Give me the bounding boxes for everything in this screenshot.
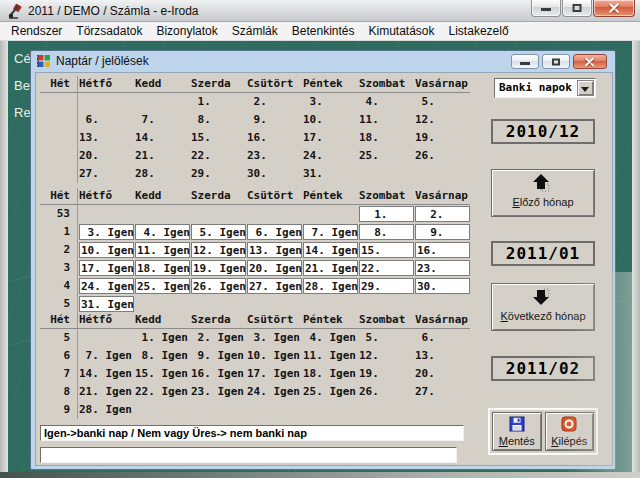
window-frame-right xyxy=(632,41,640,472)
day-cell: 16. xyxy=(246,129,302,147)
day-cell-box[interactable]: 17. Igen xyxy=(79,260,134,276)
day-cell-box[interactable]: 21. Igen xyxy=(303,260,358,276)
combobox-dropdown-button[interactable] xyxy=(577,80,594,96)
window-minimize-button[interactable] xyxy=(531,0,561,17)
week-number: 4 xyxy=(40,277,78,295)
day-cell-box[interactable]: 1. xyxy=(359,206,414,222)
day-cell: 2. Igen xyxy=(190,329,246,347)
day-cell-box[interactable]: 31. Igen xyxy=(79,296,134,312)
week-number: 8 xyxy=(40,383,78,401)
dialog-minimize-button[interactable] xyxy=(511,54,539,69)
day-cell-box[interactable]: 16. xyxy=(415,242,470,258)
day-cell-box[interactable]: 13. Igen xyxy=(247,242,302,258)
day-cell: 20. xyxy=(414,365,470,383)
day-cell-box[interactable]: 7. Igen xyxy=(303,224,358,240)
day-cell: 21. Igen xyxy=(78,383,134,401)
maximize-icon xyxy=(552,58,560,65)
day-cell-box[interactable]: 4. Igen xyxy=(135,224,190,240)
dialog-close-button[interactable] xyxy=(573,54,607,69)
menu-item-0[interactable]: Rendszer xyxy=(4,23,69,39)
legend-info-field: Igen->banki nap / Nem vagy Üres-> nem ba… xyxy=(40,425,464,441)
month-label-next: 2011/02 xyxy=(491,356,595,381)
day-header: Szerda xyxy=(190,188,246,204)
day-cell: 18. Igen xyxy=(302,365,358,383)
day-cell xyxy=(246,205,302,223)
dialog-titlebar: Naptár / jelölések xyxy=(31,51,615,72)
menu-item-1[interactable]: Törzsadatok xyxy=(69,23,149,39)
day-cell-box[interactable]: 15. xyxy=(359,242,414,258)
day-cell: 26. xyxy=(414,147,470,165)
dialog-caption-buttons xyxy=(508,54,607,69)
day-cell: 16. xyxy=(414,241,470,259)
day-cell-box[interactable]: 2. xyxy=(415,206,470,222)
previous-month-label: Előző hónap xyxy=(492,196,594,208)
day-cell-box[interactable]: 23. xyxy=(415,260,470,276)
window-maximize-button[interactable] xyxy=(562,0,592,17)
week-number xyxy=(40,93,78,111)
menu-item-2[interactable]: Bizonylatok xyxy=(149,23,224,39)
day-cell-box[interactable]: 6. Igen xyxy=(247,224,302,240)
day-cell-box[interactable]: 25. Igen xyxy=(135,278,190,294)
day-header: Csütört xyxy=(246,76,302,92)
day-cell-box[interactable]: 12. Igen xyxy=(191,242,246,258)
day-cell xyxy=(190,295,246,313)
day-cell: 15. xyxy=(358,241,414,259)
day-cell-box[interactable]: 22. xyxy=(359,260,414,276)
calendar-week-row: 1 3. Igen 4. Igen 5. Igen 6. Igen 7. Ige… xyxy=(40,223,470,241)
day-cell: 10. xyxy=(302,111,358,129)
day-cell-box[interactable]: 28. Igen xyxy=(303,278,358,294)
menu-item-6[interactable]: Listakezelő xyxy=(442,23,516,39)
day-cell: 7. xyxy=(134,111,190,129)
day-cell-box[interactable]: 5. Igen xyxy=(191,224,246,240)
day-cell: 7. Igen xyxy=(78,347,134,365)
week-number xyxy=(40,111,78,129)
window-close-button[interactable] xyxy=(593,0,635,17)
day-cell: 6. Igen xyxy=(246,223,302,241)
day-cell-box[interactable]: 11. Igen xyxy=(135,242,190,258)
close-icon xyxy=(608,2,620,14)
window-titlebar: 2011 / DEMO / Számla - e-Iroda xyxy=(0,0,640,22)
day-cell: 6. xyxy=(78,111,134,129)
day-cell: 12. xyxy=(414,111,470,129)
calendar-week-row: 714. Igen15. Igen16. Igen17. Igen18. Ige… xyxy=(40,365,470,383)
next-month-button[interactable]: Következő hónap xyxy=(491,283,595,331)
day-cell-box[interactable]: 9. xyxy=(415,224,470,240)
day-cell-box[interactable]: 24. Igen xyxy=(79,278,134,294)
day-cell-box[interactable]: 3. Igen xyxy=(79,224,134,240)
exit-label: Kilépés xyxy=(546,435,594,447)
week-number xyxy=(40,129,78,147)
day-cell-box[interactable]: 30. xyxy=(415,278,470,294)
day-cell-box[interactable]: 14. Igen xyxy=(303,242,358,258)
day-cell-box[interactable]: 26. Igen xyxy=(191,278,246,294)
day-cell-box[interactable]: 20. Igen xyxy=(247,260,302,276)
day-cell: 18. xyxy=(358,129,414,147)
calendar-week-row: 317. Igen18. Igen19. Igen20. Igen21. Ige… xyxy=(40,259,470,277)
dialog-maximize-button[interactable] xyxy=(542,54,570,69)
day-cell xyxy=(246,401,302,419)
day-cell: 14. Igen xyxy=(302,241,358,259)
calendar-dialog: Naptár / jelölések HétHétfőKeddSzerdaCsü… xyxy=(30,50,616,470)
arrow-up-icon xyxy=(532,174,554,192)
day-cell-box[interactable]: 8. xyxy=(359,224,414,240)
exit-button[interactable]: Kilépés xyxy=(545,412,595,451)
marking-type-combobox[interactable]: Banki napok xyxy=(494,78,596,98)
save-button[interactable]: Mentés xyxy=(492,412,542,451)
day-cell-box[interactable]: 27. Igen xyxy=(247,278,302,294)
day-cell-box[interactable]: 10. Igen xyxy=(79,242,134,258)
previous-month-button[interactable]: Előző hónap xyxy=(491,169,595,217)
menu-item-3[interactable]: Számlák xyxy=(225,23,285,39)
menu-item-4[interactable]: Betenkintés xyxy=(285,23,362,39)
app-icon xyxy=(7,3,23,19)
menu-item-5[interactable]: Kimutatások xyxy=(362,23,442,39)
entry-input[interactable] xyxy=(40,447,457,463)
day-cell: 12. xyxy=(358,347,414,365)
day-cell-box[interactable]: 19. Igen xyxy=(191,260,246,276)
week-number: 2 xyxy=(40,241,78,259)
day-cell-box[interactable]: 29. xyxy=(359,278,414,294)
day-cell: 17. xyxy=(302,129,358,147)
day-cell: 1. Igen xyxy=(134,329,190,347)
day-cell: 13. xyxy=(78,129,134,147)
arrow-down-icon xyxy=(532,288,554,306)
day-cell: 21. xyxy=(134,147,190,165)
day-cell-box[interactable]: 18. Igen xyxy=(135,260,190,276)
